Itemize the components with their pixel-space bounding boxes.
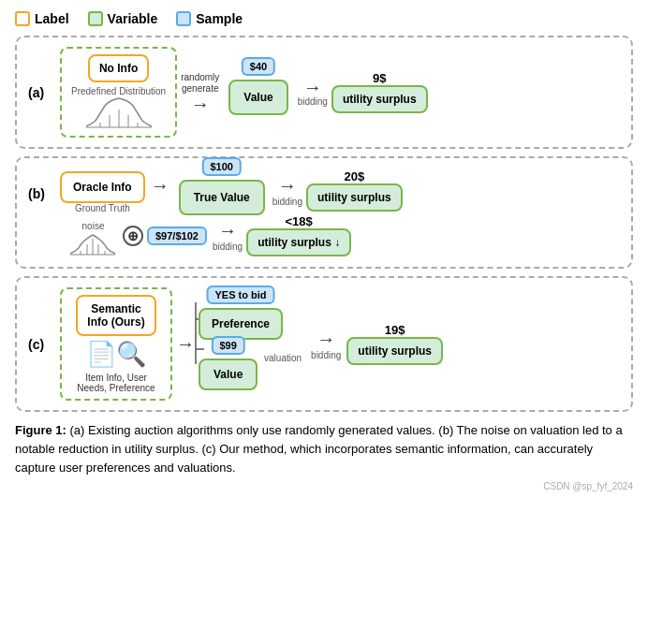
surplus-a: 9$ utility surplus xyxy=(331,71,428,113)
arrow-oracle-icon: → xyxy=(151,175,169,197)
noisy-badge-section: $97/$102 xyxy=(147,227,207,245)
value-node: Value xyxy=(228,80,287,115)
semantic-info-box: Semantic Info (Ours) 📄🔍 Item Info, User … xyxy=(60,287,172,401)
figure-caption-label: Figure 1: xyxy=(15,423,66,437)
surplus-a-amount: 9$ xyxy=(331,71,428,85)
arrow-bidding-icon: → xyxy=(303,78,322,96)
semantic-sub: Item Info, User Needs, Preference xyxy=(77,373,155,393)
value-node-wrapper: $40 Value xyxy=(228,70,287,115)
noise-label: noise xyxy=(82,221,105,231)
noisy-badge: $97/$102 xyxy=(147,227,207,245)
document-icon: 📄🔍 xyxy=(86,340,146,369)
arrow-c-label: bidding xyxy=(311,350,341,360)
legend-sample: Sample xyxy=(176,11,243,26)
semantic-title: Semantic Info (Ours) xyxy=(76,295,155,336)
arrow-generate-icon: → xyxy=(191,95,210,113)
surplus-c-label: utility surplus xyxy=(346,337,443,365)
watermark: CSDN @sp_fyf_2024 xyxy=(15,481,633,491)
diagram-row-c: (c) Semantic Info (Ours) 📄🔍 Item Info, U… xyxy=(15,276,633,412)
preference-wrapper: YES to bid Preference xyxy=(199,299,283,340)
oracle-subtitle: Ground Truth xyxy=(75,203,130,213)
value-c-wrapper: $99 Value xyxy=(199,349,258,390)
true-value-node: True Value xyxy=(179,180,265,215)
row-b-top: Oracle Info Ground Truth → $100 True Val… xyxy=(60,169,403,215)
legend-variable: Variable xyxy=(88,11,158,26)
row-c-inner: Semantic Info (Ours) 📄🔍 Item Info, User … xyxy=(60,287,620,401)
arrow-noisy-icon: → xyxy=(218,220,237,242)
arrow-randomly-generate: randomlygenerate → xyxy=(181,72,219,113)
surplus-a-label: utility surplus xyxy=(331,85,428,113)
arrow-c-bidding: → bidding xyxy=(311,329,341,360)
no-info-box: No Info Predefined Distribution xyxy=(60,47,177,138)
plus-circle-icon: ⊕ xyxy=(123,226,143,246)
arrow-tv-label: bidding xyxy=(272,197,302,207)
true-value-wrapper: $100 True Value xyxy=(179,170,265,215)
value-c-node: Value xyxy=(199,359,258,390)
sample-color-box xyxy=(176,11,191,26)
bell-curve-a xyxy=(81,96,156,130)
row-b-bottom: noise ⊕ $97/$102 → xyxy=(60,221,351,257)
legend-variable-text: Variable xyxy=(108,11,158,26)
surplus-b-top: 20$ utility surplus xyxy=(306,169,403,212)
surplus-b-bottom: <18$ utility surplus ↓ xyxy=(246,214,351,256)
legend-label-text: Label xyxy=(35,11,69,26)
surplus-b-top-label: utility surplus xyxy=(306,183,403,212)
noise-section: noise xyxy=(67,221,119,257)
arrow-generate-label: randomlygenerate xyxy=(181,72,219,95)
yes-badge: YES to bid xyxy=(207,285,275,304)
no-info-subtitle: Predefined Distribution xyxy=(71,86,166,96)
legend-label: Label xyxy=(15,11,69,26)
row-c-label: (c) xyxy=(28,337,51,352)
oracle-info-wrapper: Oracle Info Ground Truth xyxy=(60,171,145,213)
row-a-label: (a) xyxy=(28,85,51,100)
branch-section: YES to bid Preference $99 Value xyxy=(199,299,283,390)
no-info-title: No Info xyxy=(88,54,149,82)
preference-branch: YES to bid Preference xyxy=(199,299,283,340)
legend: Label Variable Sample xyxy=(15,11,633,26)
oracle-info-node: Oracle Info xyxy=(60,171,145,203)
figure-caption-text: (a) Existing auction algorithms only use… xyxy=(15,423,623,475)
plus-circle-wrapper: ⊕ xyxy=(123,226,143,246)
diagram-row-a: (a) No Info Predefined Distribution rand… xyxy=(15,36,633,149)
diagram-row-b: (b) Oracle Info Ground Truth → $100 True… xyxy=(15,156,633,269)
label-color-box xyxy=(15,11,30,26)
arrow-c-icon: → xyxy=(317,329,335,350)
surplus-b-bottom-label: utility surplus ↓ xyxy=(246,228,351,256)
arrow-bidding-a: → bidding xyxy=(298,78,328,107)
value-sample-badge: $40 xyxy=(242,57,275,76)
preference-node: Preference xyxy=(199,308,283,340)
true-value-badge: $100 xyxy=(201,157,241,176)
variable-color-box xyxy=(88,11,103,26)
value-branch: $99 Value xyxy=(199,349,283,390)
value-c-badge: $99 xyxy=(211,336,244,355)
row-a-inner: No Info Predefined Distribution randomly… xyxy=(60,47,620,138)
legend-sample-text: Sample xyxy=(196,11,243,26)
arrow-noisy-label: bidding xyxy=(213,242,243,252)
arrow-tv-icon: → xyxy=(278,175,297,197)
arrow-bidding-label: bidding xyxy=(298,96,328,107)
surplus-b-bottom-amount: <18$ xyxy=(246,214,351,228)
surplus-c: 19$ utility surplus xyxy=(346,323,443,365)
row-b-inner: Oracle Info Ground Truth → $100 True Val… xyxy=(60,169,620,257)
row-b-label: (b) xyxy=(28,186,51,201)
noise-bell-curve xyxy=(67,231,119,257)
arrow-oracle-to-truevalue: → xyxy=(151,175,169,197)
figure-caption: Figure 1: (a) Existing auction algorithm… xyxy=(15,421,633,477)
arrow-truevalue-bidding: → bidding xyxy=(272,175,302,207)
surplus-c-amount: 19$ xyxy=(346,323,443,337)
surplus-b-top-amount: 20$ xyxy=(306,169,403,183)
arrow-noisy-bidding: → bidding xyxy=(213,220,243,252)
